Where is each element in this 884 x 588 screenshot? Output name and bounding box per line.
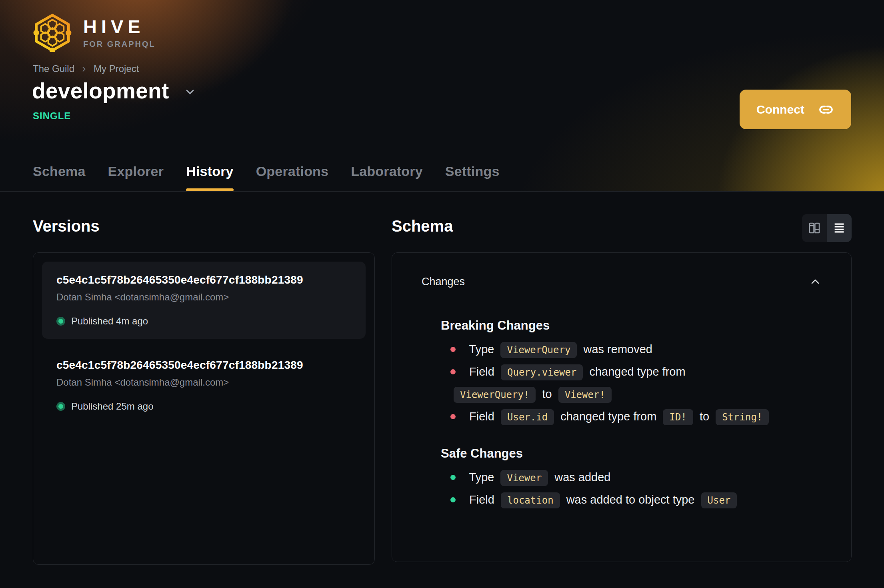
- version-list-item[interactable]: c5e4c1c5f78b26465350e4ecf677cf188bb21389…: [42, 262, 366, 339]
- chevron-right-icon: [80, 64, 88, 73]
- breaking-bullet-icon: [450, 347, 456, 352]
- tab-settings[interactable]: Settings: [445, 164, 500, 191]
- view-mode-toggle: [802, 214, 852, 242]
- tab-explorer[interactable]: Explorer: [108, 164, 164, 191]
- change-item: Field User.id changed type from ID! to S…: [441, 406, 822, 428]
- link-icon: [818, 101, 834, 118]
- version-hash: c5e4c1c5f78b26465350e4ecf677cf188bb21389: [56, 274, 351, 286]
- target-mode-badge: SINGLE: [33, 110, 71, 122]
- code-chip: ID!: [663, 409, 693, 425]
- list-view-button[interactable]: [827, 214, 852, 242]
- breadcrumb: The Guild My Project: [33, 63, 139, 74]
- code-chip: Viewer!: [558, 387, 612, 403]
- columns-view-button[interactable]: [802, 214, 827, 242]
- version-status-text: Published 4m ago: [71, 316, 148, 327]
- change-item: Field Query.viewer changed type from Vie…: [441, 361, 822, 406]
- change-item: Field location was added to object type …: [441, 489, 822, 511]
- changes-label: Changes: [422, 276, 465, 288]
- version-list: c5e4c1c5f78b26465350e4ecf677cf188bb21389…: [33, 252, 375, 565]
- logo-subtitle: FOR GRAPHQL: [83, 40, 156, 49]
- schema-column: Schema: [392, 217, 852, 565]
- logo-title: HIVE: [83, 17, 156, 36]
- version-author: Dotan Simha <dotansimha@gmail.com>: [56, 292, 351, 303]
- safe-bullet-icon: [450, 475, 456, 480]
- connect-button[interactable]: Connect: [740, 90, 851, 129]
- tab-history[interactable]: History: [186, 164, 234, 191]
- published-status-dot-icon: [56, 317, 65, 326]
- code-chip: User: [701, 492, 737, 508]
- change-list: Type ViewerQuery was removed Field Query…: [441, 338, 822, 428]
- code-chip: Query.viewer: [501, 364, 583, 380]
- page-title: development: [32, 78, 169, 104]
- breadcrumb-project[interactable]: My Project: [94, 63, 139, 74]
- tab-operations[interactable]: Operations: [256, 164, 328, 191]
- changes-card: Changes Breaking Changes Type ViewerQuer…: [392, 252, 852, 562]
- tab-schema[interactable]: Schema: [33, 164, 86, 191]
- published-status-dot-icon: [56, 402, 65, 411]
- change-item: Type Viewer was added: [441, 466, 822, 489]
- change-list: Type Viewer was added Field location was…: [441, 466, 822, 511]
- hive-logo[interactable]: HIVE FOR GRAPHQL: [32, 14, 156, 52]
- page-header: HIVE FOR GRAPHQL The Guild My Project de…: [0, 0, 884, 192]
- hive-hexagon-logo-icon: [32, 14, 73, 52]
- columns-view-icon: [808, 221, 821, 235]
- version-status: Published 4m ago: [56, 316, 351, 327]
- changes-collapse-header[interactable]: Changes: [422, 275, 822, 288]
- section-safe-changes: Safe Changes Type Viewer was added Field…: [441, 446, 822, 511]
- safe-bullet-icon: [450, 497, 456, 502]
- section-breaking-changes: Breaking Changes Type ViewerQuery was re…: [441, 318, 822, 428]
- list-view-icon: [832, 221, 846, 235]
- change-item: Type ViewerQuery was removed: [441, 338, 822, 361]
- section-title: Safe Changes: [441, 446, 822, 461]
- version-hash: c5e4c1c5f78b26465350e4ecf677cf188bb21389: [56, 359, 351, 372]
- tab-bar: SchemaExplorerHistoryOperationsLaborator…: [33, 164, 500, 191]
- code-chip: location: [501, 492, 560, 508]
- breaking-bullet-icon: [450, 414, 456, 419]
- breadcrumb-org[interactable]: The Guild: [33, 63, 74, 74]
- code-chip: User.id: [501, 409, 554, 425]
- main-content: Versions c5e4c1c5f78b26465350e4ecf677cf1…: [0, 192, 884, 565]
- versions-column: Versions c5e4c1c5f78b26465350e4ecf677cf1…: [33, 217, 375, 565]
- target-selector[interactable]: development: [32, 78, 196, 104]
- schema-heading: Schema: [392, 217, 453, 235]
- version-status-text: Published 25m ago: [71, 401, 153, 412]
- tab-laboratory[interactable]: Laboratory: [351, 164, 423, 191]
- chevron-down-icon: [184, 82, 196, 100]
- version-status: Published 25m ago: [56, 401, 351, 412]
- breaking-bullet-icon: [450, 369, 456, 374]
- version-list-item[interactable]: c5e4c1c5f78b26465350e4ecf677cf188bb21389…: [42, 347, 366, 424]
- code-chip: ViewerQuery: [500, 342, 577, 358]
- connect-button-label: Connect: [756, 103, 804, 116]
- changes-sections: Breaking Changes Type ViewerQuery was re…: [441, 318, 822, 511]
- version-author: Dotan Simha <dotansimha@gmail.com>: [56, 377, 351, 388]
- chevron-up-icon: [809, 275, 822, 288]
- code-chip: String!: [716, 409, 769, 425]
- section-title: Breaking Changes: [441, 318, 822, 333]
- code-chip: ViewerQuery!: [454, 387, 536, 403]
- versions-heading: Versions: [33, 217, 100, 235]
- code-chip: Viewer: [500, 470, 548, 486]
